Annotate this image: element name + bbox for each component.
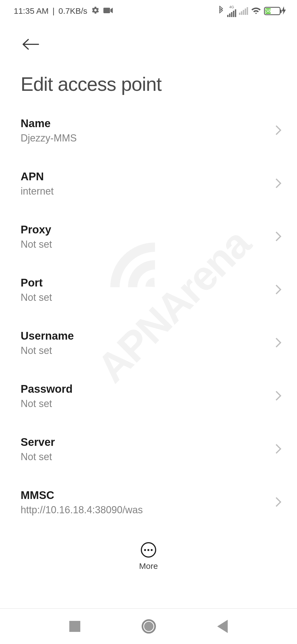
- row-username[interactable]: Username Not set: [0, 316, 297, 369]
- row-mmsc[interactable]: MMSC http://10.16.18.4:38090/was: [0, 475, 297, 528]
- row-label: Name: [21, 117, 77, 130]
- gear-icon: [91, 6, 100, 16]
- row-password[interactable]: Password Not set: [0, 369, 297, 422]
- row-value: Not set: [21, 239, 52, 250]
- row-label: APN: [21, 170, 54, 183]
- chevron-right-icon: [275, 390, 282, 402]
- nav-recents-button[interactable]: [69, 621, 80, 632]
- chevron-right-icon: [275, 337, 282, 349]
- row-label: MMSC: [21, 489, 143, 501]
- row-name[interactable]: Name Djezzy-MMS: [0, 103, 297, 157]
- row-proxy[interactable]: Proxy Not set: [0, 210, 297, 263]
- row-label: Port: [21, 277, 52, 289]
- row-value: Not set: [21, 292, 52, 303]
- row-label: Password: [21, 383, 73, 395]
- bluetooth-icon: [218, 6, 224, 16]
- row-apn[interactable]: APN internet: [0, 157, 297, 210]
- row-value: internet: [21, 185, 54, 197]
- svg-rect-0: [103, 8, 110, 13]
- bottom-toolbar: More: [0, 537, 297, 582]
- row-value: Djezzy-MMS: [21, 132, 77, 144]
- row-value: Not set: [21, 451, 55, 463]
- row-mms-proxy[interactable]: MMS proxy 10.16.18.77: [0, 528, 297, 537]
- nav-home-button[interactable]: [142, 619, 156, 634]
- more-label: More: [139, 561, 158, 571]
- page-title: Edit access point: [0, 51, 297, 103]
- status-bar: 11:35 AM | 0.7KB/s 4G: [0, 0, 297, 22]
- chevron-right-icon: [275, 496, 282, 509]
- wifi-icon: [251, 6, 261, 16]
- status-netspeed: 0.7KB/s: [59, 6, 87, 16]
- row-label: Username: [21, 330, 74, 342]
- more-icon: [141, 542, 156, 558]
- more-button[interactable]: More: [139, 542, 158, 571]
- row-value: Not set: [21, 345, 74, 356]
- chevron-right-icon: [275, 231, 282, 243]
- status-time: 11:35 AM: [14, 6, 49, 16]
- settings-list: Name Djezzy-MMS APN internet Proxy Not s…: [0, 103, 297, 537]
- back-button[interactable]: [22, 46, 39, 51]
- row-port[interactable]: Port Not set: [0, 263, 297, 316]
- signal-sim1: 4G: [227, 5, 236, 17]
- row-server[interactable]: Server Not set: [0, 422, 297, 475]
- row-label: Proxy: [21, 223, 52, 236]
- system-nav-bar: [0, 608, 297, 644]
- row-value: Not set: [21, 398, 73, 410]
- row-value: http://10.16.18.4:38090/was: [21, 504, 143, 516]
- chevron-right-icon: [275, 443, 282, 455]
- chevron-right-icon: [275, 284, 282, 296]
- row-label: Server: [21, 436, 55, 448]
- charging-icon: [282, 6, 286, 16]
- nav-back-button[interactable]: [217, 620, 228, 633]
- chevron-right-icon: [275, 178, 282, 190]
- camera-icon: [103, 6, 113, 16]
- battery-indicator: 38: [264, 6, 286, 16]
- chevron-right-icon: [275, 125, 282, 137]
- signal-sim2: [239, 7, 248, 15]
